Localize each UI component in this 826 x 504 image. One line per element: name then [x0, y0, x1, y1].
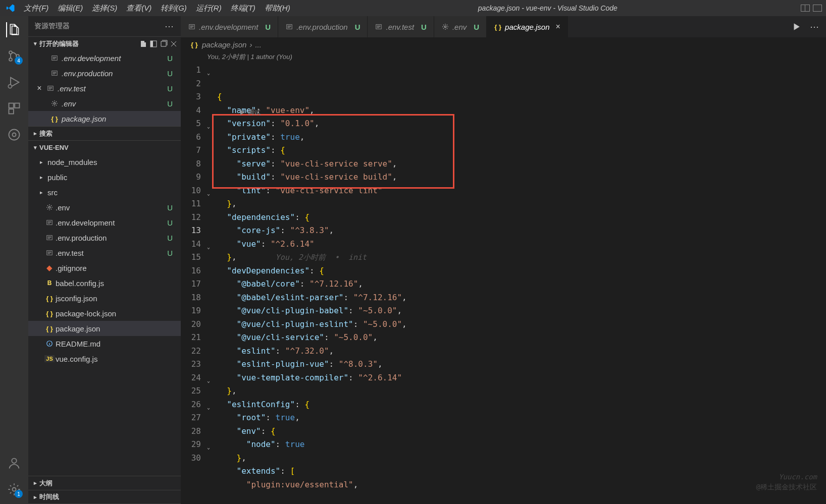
breadcrumb[interactable]: { } package.json › ...	[181, 37, 826, 51]
code-line[interactable]: "name": "vue-env",	[212, 104, 826, 118]
line-number[interactable]: 26⌄	[181, 398, 201, 412]
timeline-header[interactable]: ▸ 时间线	[28, 490, 181, 504]
layout-split-left-icon[interactable]	[801, 5, 810, 12]
line-number[interactable]: 29⌄	[181, 438, 201, 452]
code-line[interactable]: "version": "0.1.0",	[212, 117, 826, 131]
activity-gitlens-icon[interactable]	[7, 127, 22, 142]
code-line[interactable]: "eslint": "^7.32.0",	[212, 345, 826, 358]
fold-chevron-icon[interactable]: ⌄	[207, 120, 210, 134]
code-line[interactable]: "node": true	[212, 438, 826, 452]
code-line[interactable]: "@vue/cli-plugin-babel": "~5.0.0",	[212, 304, 826, 318]
sidebar-more-icon[interactable]: ⋯	[165, 21, 175, 32]
menu-item[interactable]: 运行(R)	[191, 4, 226, 13]
line-number[interactable]: 27	[181, 411, 201, 425]
activity-extensions-icon[interactable]	[7, 101, 22, 116]
tree-file[interactable]: .env.developmentU	[28, 215, 181, 230]
layout-panel-icon[interactable]	[813, 5, 822, 12]
tree-folder[interactable]: ▸public	[28, 170, 181, 185]
tree-folder[interactable]: ▸node_modules	[28, 154, 181, 170]
menu-item[interactable]: 转到(G)	[156, 4, 191, 13]
line-number[interactable]: 7	[181, 144, 201, 157]
fold-chevron-icon[interactable]: ⌄	[207, 187, 210, 201]
line-number[interactable]: 21	[181, 331, 201, 345]
tree-file[interactable]: .env.testU	[28, 245, 181, 260]
close-icon[interactable]: ×	[33, 84, 45, 93]
code-line[interactable]: "lint": "vue-cli-service lint"	[212, 184, 826, 198]
fold-chevron-icon[interactable]: ⌄	[207, 401, 210, 415]
outline-header[interactable]: ▸ 大纲	[28, 476, 181, 490]
code-line[interactable]: },	[212, 197, 826, 211]
menu-item[interactable]: 文件(F)	[19, 4, 53, 13]
code-line[interactable]: "devDependencies": {	[212, 264, 826, 278]
code-line[interactable]: "plugin:vue/essential",	[212, 478, 826, 492]
editor-tab[interactable]: .envU	[434, 16, 487, 37]
code-line[interactable]: "@vue/cli-plugin-eslint": "~5.0.0",	[212, 318, 826, 331]
fold-chevron-icon[interactable]: ⌄	[207, 441, 210, 455]
line-number[interactable]: 16	[181, 264, 201, 278]
line-number[interactable]: 1⌄	[181, 64, 201, 77]
line-number[interactable]: 14⌄	[181, 238, 201, 251]
fold-chevron-icon[interactable]: ⌄	[207, 374, 210, 388]
code-line[interactable]: "root": true,	[212, 411, 826, 425]
tree-file[interactable]: JSvue.config.js	[28, 351, 181, 366]
open-editor-item[interactable]: .envU	[28, 96, 181, 111]
code-line[interactable]: "build": "vue-cli-service build",	[212, 171, 826, 184]
editor-tab[interactable]: .env.productionU	[278, 16, 368, 37]
line-number[interactable]: 23	[181, 358, 201, 371]
activity-scm-icon[interactable]: 4	[7, 48, 22, 64]
search-header[interactable]: ▸ 搜索	[28, 126, 181, 140]
code-line[interactable]: "core-js": "^3.8.3",	[212, 224, 826, 238]
code-line[interactable]: "@babel/eslint-parser": "^7.12.16",	[212, 291, 826, 305]
line-number[interactable]: 10⌄	[181, 184, 201, 198]
code-line[interactable]: }, You, 2小时前 • init	[212, 251, 826, 264]
line-number[interactable]: 18	[181, 291, 201, 305]
code-line[interactable]: "env": {	[212, 425, 826, 438]
tree-file[interactable]: .env.productionU	[28, 230, 181, 245]
gitlens-code-authorship[interactable]: You, 2小时前 | 1 author (You)	[181, 51, 826, 63]
fold-chevron-icon[interactable]: ⌄	[207, 67, 210, 80]
close-all-icon[interactable]	[170, 40, 178, 48]
tree-file[interactable]: { }package-lock.json	[28, 306, 181, 321]
tree-file[interactable]: ◆.gitignore	[28, 260, 181, 275]
code-line[interactable]: "serve": "vue-cli-service serve",	[212, 157, 826, 171]
menu-item[interactable]: 编辑(E)	[53, 4, 87, 13]
line-number[interactable]: 2	[181, 77, 201, 91]
line-number[interactable]: 12	[181, 211, 201, 225]
line-number[interactable]: 15	[181, 251, 201, 264]
code-line[interactable]: "scripts": {	[212, 144, 826, 157]
line-number[interactable]: 13	[181, 224, 201, 238]
line-number[interactable]: 28	[181, 425, 201, 438]
tree-folder[interactable]: ▸src	[28, 185, 181, 200]
code-line[interactable]: "@vue/cli-service": "~5.0.0",	[212, 331, 826, 345]
code-line[interactable]: "vue": "^2.6.14"	[212, 238, 826, 251]
new-untitled-icon[interactable]	[139, 40, 147, 48]
editor-tab[interactable]: .env.developmentU	[181, 16, 278, 37]
line-number[interactable]: 3	[181, 90, 201, 104]
activity-account-icon[interactable]	[7, 456, 22, 471]
code-line[interactable]: "vue-template-compiler": "^2.6.14"	[212, 371, 826, 385]
code-line[interactable]: "extends": [	[212, 465, 826, 478]
activity-debug-icon[interactable]	[7, 75, 22, 90]
line-number[interactable]: 11	[181, 197, 201, 211]
code-editor[interactable]: 1⌄2345⌄678910⌄11121314⌄15161718192021222…	[181, 63, 826, 504]
code-line[interactable]: },	[212, 384, 826, 398]
code-line[interactable]: "eslintConfig": {	[212, 398, 826, 412]
tree-file[interactable]: .envU	[28, 200, 181, 215]
line-number[interactable]: 20	[181, 318, 201, 331]
line-number[interactable]: 30	[181, 452, 201, 465]
code-line[interactable]: "@babel/core": "^7.12.16",	[212, 277, 826, 291]
line-number[interactable]: 24⌄	[181, 371, 201, 385]
editor-tab[interactable]: { }package.json×	[487, 16, 568, 37]
line-number[interactable]: 9	[181, 171, 201, 184]
open-editor-item[interactable]: .env.developmentU	[28, 50, 181, 66]
tree-file[interactable]: Bbabel.config.js	[28, 275, 181, 291]
activity-settings-icon[interactable]: 1	[7, 482, 22, 497]
code-line[interactable]: },	[212, 452, 826, 465]
toggle-layout-icon[interactable]	[149, 40, 158, 48]
open-editor-item[interactable]: .env.productionU	[28, 66, 181, 81]
menu-item[interactable]: 终端(T)	[226, 4, 260, 13]
menu-item[interactable]: 选择(S)	[87, 4, 122, 13]
run-icon[interactable]	[792, 22, 801, 31]
code-line[interactable]: "eslint-plugin-vue": "^8.0.3",	[212, 358, 826, 371]
open-editor-item[interactable]: { }package.json	[28, 111, 181, 126]
